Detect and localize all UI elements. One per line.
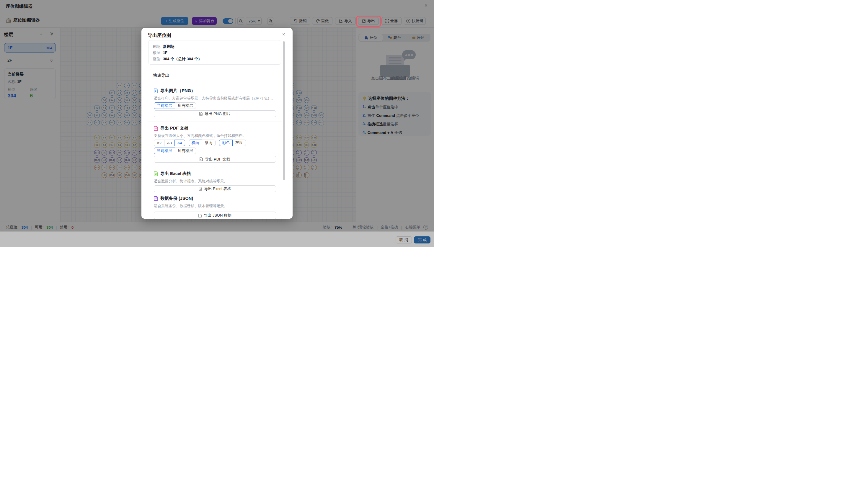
divider [148,121,282,122]
color-mode-group: 彩色灰度 [219,139,246,146]
divider [148,80,282,80]
save-floppy-icon [154,196,158,201]
png-section-title: 导出图片（PNG） [154,88,195,94]
json-section-title: 数据备份 (JSON) [154,196,193,201]
excel-section-desc: 适合数据分析、统计报表、系统对接等场景。 [154,179,228,184]
doc-icon [199,112,203,116]
json-section-desc: 适合系统备份、数据迁移、版本管理等场景。 [154,204,228,209]
quick-export-title: 快速导出 [153,73,169,78]
export-png-button[interactable]: 导出 PNG 图片 [154,110,276,117]
export-dialog: 导出座位图 × 剧场:新剧场楼层:1F座位:304 个（总计 304 个） 快速… [141,28,293,219]
excel-file-icon [154,171,158,176]
paper-size-group: A2A3A4 [154,139,185,146]
option-纵向[interactable]: 纵向 [202,139,215,146]
option-当前楼层[interactable]: 当前楼层 [154,102,175,109]
doc-icon [200,157,203,161]
venue-info-row: 座位:304 个（总计 304 个） [153,56,277,62]
pdf-format-options: A2A3A4 横向纵向 彩色灰度 [154,139,249,146]
venue-info-row: 剧场:新剧场 [153,43,277,50]
option-所有楼层[interactable]: 所有楼层 [175,102,196,109]
option-灰度[interactable]: 灰度 [232,139,246,146]
export-pdf-button[interactable]: 导出 PDF 文档 [154,156,276,163]
pdf-section-title: 导出 PDF 文档 [154,126,188,131]
option-彩色[interactable]: 彩色 [219,139,233,146]
export-button-highlight [356,16,381,27]
image-file-icon [154,89,158,93]
dialog-close-icon[interactable]: × [282,32,285,37]
venue-info-row: 楼层:1F [153,50,277,56]
pdf-file-icon [154,126,158,131]
doc-icon [199,187,202,191]
pdf-floor-options: 当前楼层所有楼层 [154,148,200,154]
venue-info-box: 剧场:新剧场楼层:1F座位:304 个（总计 304 个） [148,40,281,64]
option-A3[interactable]: A3 [164,139,175,146]
export-json-button[interactable]: 导出 JSON 数据 [154,212,276,219]
png-section-desc: 适合打印、方案评审等场景，支持导出当前楼层或所有楼层（ZIP 打包）。 [154,96,275,101]
option-横向[interactable]: 横向 [189,139,202,146]
png-floor-options: 当前楼层所有楼层 [154,102,200,109]
export-excel-button[interactable]: 导出 Excel 表格 [154,185,276,192]
option-所有楼层[interactable]: 所有楼层 [175,148,196,154]
option-当前楼层[interactable]: 当前楼层 [154,148,175,154]
dialog-scrollbar-thumb[interactable] [283,41,285,180]
excel-section-title: 导出 Excel 表格 [154,171,191,176]
option-A4[interactable]: A4 [174,139,185,146]
modal-backdrop-footer [0,231,434,247]
orientation-group: 横向纵向 [189,139,215,146]
dialog-title: 导出座位图 [148,33,171,39]
divider [148,167,282,167]
doc-icon [199,214,202,217]
option-A2[interactable]: A2 [154,139,165,146]
pdf-section-desc: 支持设置纸张大小、方向和颜色模式，适合打印和归档。 [154,133,246,138]
